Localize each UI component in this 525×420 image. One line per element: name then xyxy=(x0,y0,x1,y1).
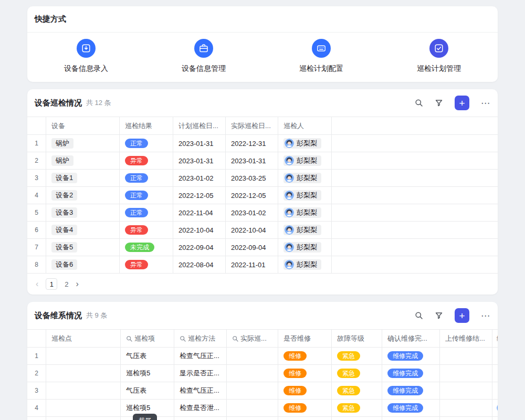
method-cell[interactable]: 显示是否正... xyxy=(174,417,227,420)
actual-inspection-cell[interactable] xyxy=(227,400,278,416)
shortcut-device-entry[interactable]: 设备信息录入 xyxy=(27,39,145,74)
confirm-cell[interactable]: 维修完成 xyxy=(382,417,440,420)
more-menu-button[interactable]: ⋯ xyxy=(481,310,490,321)
inspector-cell[interactable]: 彭梨梨 xyxy=(278,152,332,169)
device-cell[interactable]: 设备6 xyxy=(46,256,120,273)
planned-date-cell[interactable]: 2022-08-04 xyxy=(173,256,226,273)
upload-cell[interactable] xyxy=(440,348,492,364)
column-header[interactable]: 是否维修 xyxy=(278,330,332,347)
search-icon[interactable] xyxy=(415,311,423,320)
point-cell[interactable] xyxy=(46,400,121,416)
inspector-cell[interactable]: 彭梨梨 xyxy=(278,135,332,152)
shortcut-plan-manage[interactable]: 巡检计划管理 xyxy=(380,39,498,74)
planned-date-cell[interactable]: 2022-09-04 xyxy=(173,239,226,256)
column-header[interactable]: 巡检点 xyxy=(46,330,121,347)
add-record-button[interactable]: + xyxy=(455,96,469,110)
confirm-cell[interactable]: 维修完成 xyxy=(382,400,440,416)
actual-date-cell[interactable]: 2022-12-05 xyxy=(226,187,278,204)
point-cell[interactable] xyxy=(46,365,121,382)
result-cell[interactable]: 正常 xyxy=(120,170,173,186)
inspector-cell[interactable]: 彭梨梨 xyxy=(278,187,332,204)
column-header[interactable]: 巡检项 xyxy=(121,330,174,347)
point-cell[interactable] xyxy=(46,417,121,420)
planned-date-cell[interactable]: 2023-01-31 xyxy=(173,152,226,169)
item-cell[interactable]: 气压表 xyxy=(121,348,174,364)
planned-date-cell[interactable]: 2023-01-02 xyxy=(173,170,226,186)
upload-cell[interactable] xyxy=(440,382,492,399)
upload-cell[interactable] xyxy=(440,400,492,416)
actual-date-cell[interactable]: 2023-01-02 xyxy=(226,204,278,221)
actual-date-cell[interactable]: 2023-03-25 xyxy=(226,170,278,186)
actual-date-cell[interactable]: 2023-01-31 xyxy=(226,152,278,169)
actual-inspection-cell[interactable] xyxy=(227,382,278,399)
actual-inspection-cell[interactable] xyxy=(227,365,278,382)
column-header[interactable]: 实际巡... xyxy=(227,330,278,347)
device-cell[interactable]: 设备1 xyxy=(46,170,120,186)
page-2-button[interactable]: 2 xyxy=(65,280,68,288)
device-cell[interactable]: 设备2 xyxy=(46,187,120,204)
inspector-cell[interactable]: 彭梨梨 xyxy=(278,256,332,273)
result-cell[interactable]: 正常 xyxy=(120,135,173,152)
result-cell[interactable]: 未完成 xyxy=(120,239,173,256)
result-cell[interactable]: 异常 xyxy=(120,222,173,238)
column-header[interactable]: 维... xyxy=(492,330,498,347)
device-cell[interactable]: 设备5 xyxy=(46,239,120,256)
repair-cell[interactable]: 维修 xyxy=(278,348,332,364)
result-cell[interactable]: 正常 xyxy=(120,187,173,204)
repair-cell[interactable]: 维修 xyxy=(278,417,332,420)
result-cell[interactable]: 异常 xyxy=(120,152,173,169)
inspector-cell[interactable]: 彭梨梨 xyxy=(278,222,332,238)
shortcut-device-manage[interactable]: 设备信息管理 xyxy=(145,39,262,74)
planned-date-cell[interactable]: 2022-10-04 xyxy=(173,222,226,238)
column-header[interactable]: 设备 xyxy=(46,117,120,134)
method-cell[interactable]: 检查是否泄... xyxy=(174,400,227,416)
item-cell[interactable]: 巡检项5 xyxy=(121,365,174,382)
actual-date-cell[interactable]: 2022-10-04 xyxy=(226,222,278,238)
more-menu-button[interactable]: ⋯ xyxy=(481,98,490,109)
method-cell[interactable]: 检查气压正... xyxy=(174,382,227,399)
search-icon[interactable] xyxy=(415,99,423,107)
column-header[interactable]: 巡检方法 xyxy=(174,330,227,347)
confirm-cell[interactable]: 维修完成 xyxy=(382,365,440,382)
result-cell[interactable]: 异常 xyxy=(120,256,173,273)
point-cell[interactable] xyxy=(46,382,121,399)
device-cell[interactable]: 锅炉 xyxy=(46,152,120,169)
confirm-cell[interactable]: 维修完成 xyxy=(382,348,440,364)
actual-date-cell[interactable]: 2022-11-01 xyxy=(226,256,278,273)
column-header[interactable]: 巡检结果 xyxy=(120,117,173,134)
fault-level-cell[interactable]: 一般 xyxy=(332,417,382,420)
fault-level-cell[interactable]: 紧急 xyxy=(332,400,382,416)
device-cell[interactable]: 设备3 xyxy=(46,204,120,221)
next-page-icon[interactable]: › xyxy=(76,280,79,288)
device-cell[interactable]: 设备4 xyxy=(46,222,120,238)
upload-cell[interactable] xyxy=(440,417,492,420)
fault-level-cell[interactable]: 紧急 xyxy=(332,348,382,364)
planned-date-cell[interactable]: 2023-01-31 xyxy=(173,135,226,152)
column-header[interactable]: 确认维修完... xyxy=(382,330,440,347)
method-cell[interactable]: 检查气压正... xyxy=(174,348,227,364)
upload-cell[interactable] xyxy=(440,365,492,382)
column-header[interactable]: 上传维修结... xyxy=(440,330,492,347)
column-header[interactable]: 巡检人 xyxy=(278,117,332,134)
inspector-cell[interactable]: 彭梨梨 xyxy=(278,239,332,256)
planned-date-cell[interactable]: 2022-11-04 xyxy=(173,204,226,221)
column-header[interactable]: 计划巡检日... xyxy=(173,117,226,134)
prev-page-icon[interactable]: ‹ xyxy=(36,280,38,288)
page-1-button[interactable]: 1 xyxy=(46,278,57,290)
repair-cell[interactable]: 维修 xyxy=(278,400,332,416)
shortcut-plan-config[interactable]: 巡检计划配置 xyxy=(262,39,380,74)
column-header[interactable]: 实际巡检日... xyxy=(226,117,278,134)
filter-icon[interactable] xyxy=(435,311,443,320)
point-cell[interactable] xyxy=(46,348,121,364)
inspector-cell[interactable]: 彭梨梨 xyxy=(278,170,332,186)
item-cell[interactable]: 气压表 xyxy=(121,382,174,399)
inspector-cell[interactable]: 彭梨梨 xyxy=(278,204,332,221)
repair-cell[interactable]: 维修 xyxy=(278,365,332,382)
add-record-button[interactable]: + xyxy=(455,308,469,323)
planned-date-cell[interactable]: 2022-12-05 xyxy=(173,187,226,204)
fault-level-cell[interactable]: 紧急 xyxy=(332,365,382,382)
device-cell[interactable]: 锅炉 xyxy=(46,135,120,152)
actual-date-cell[interactable]: 2022-09-04 xyxy=(226,239,278,256)
column-header[interactable]: 故障等级 xyxy=(332,330,382,347)
method-cell[interactable]: 显示是否正... xyxy=(174,365,227,382)
